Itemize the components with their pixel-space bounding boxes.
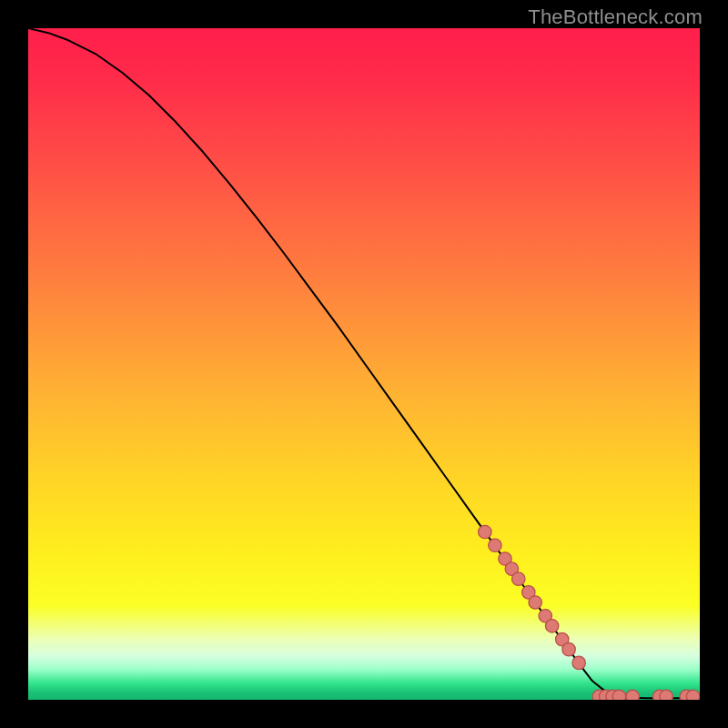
background-gradient bbox=[28, 28, 700, 700]
svg-rect-0 bbox=[28, 28, 700, 700]
chart-stage: TheBottleneck.com bbox=[0, 0, 728, 728]
watermark-text: TheBottleneck.com bbox=[528, 5, 703, 29]
plot-area bbox=[28, 28, 700, 700]
